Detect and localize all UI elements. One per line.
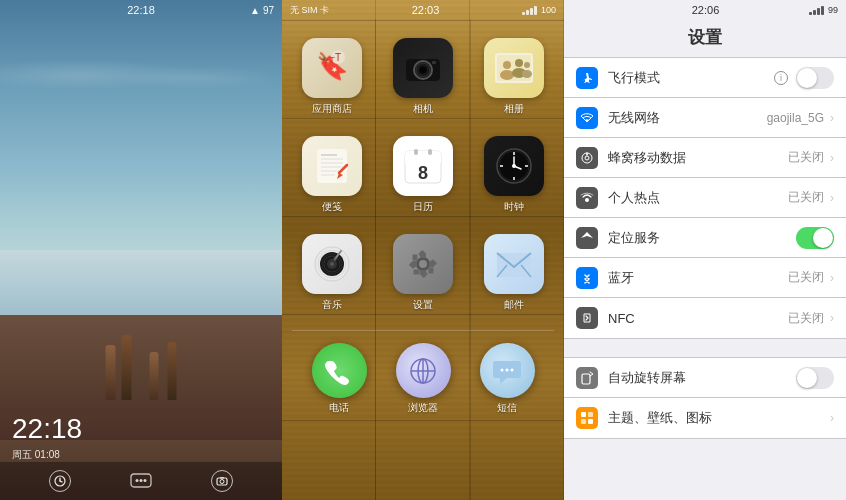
appstore-label: 应用商店 (312, 102, 352, 116)
settings-battery: 99 (809, 5, 838, 15)
settings-status-bar: 22:06 99 (564, 0, 846, 20)
lock-time-status: 22:18 (127, 4, 155, 16)
svg-point-8 (220, 480, 224, 484)
app-mail[interactable]: 邮件 (469, 224, 560, 322)
app-camera[interactable]: 相机 (377, 28, 468, 126)
svg-line-2 (60, 481, 62, 482)
svg-point-29 (524, 62, 530, 68)
app-clock[interactable]: 时钟 (469, 126, 560, 224)
location-toggle[interactable] (796, 227, 834, 249)
autorotate-toggle[interactable] (796, 367, 834, 389)
nfc-value: 已关闭 (788, 310, 824, 327)
svg-point-4 (135, 479, 138, 482)
hotspot-icon (576, 187, 598, 209)
lock-date: 周五 01:08 (12, 448, 60, 462)
svg-rect-31 (317, 149, 347, 183)
lock-message-icon[interactable] (130, 470, 152, 492)
svg-point-54 (512, 164, 516, 168)
dock-browser[interactable]: 浏览器 (396, 343, 451, 415)
settings-row-wifi[interactable]: 无线网络 gaojila_5G › (564, 98, 846, 138)
svg-point-63 (333, 258, 336, 261)
settings-group-1: 飞行模式 i 无线网络 gaojila_5G › (564, 57, 846, 339)
settings-row-nfc[interactable]: NFC 已关闭 › (564, 298, 846, 338)
settings-row-autorotate[interactable]: 自动旋转屏幕 (564, 358, 846, 398)
svg-rect-71 (428, 268, 433, 274)
home-battery: 100 (541, 5, 556, 15)
svg-point-26 (500, 70, 514, 80)
hotspot-chevron: › (830, 191, 834, 205)
svg-rect-93 (581, 419, 586, 424)
svg-rect-90 (582, 374, 590, 384)
settings-row-theme[interactable]: 主题、壁纸、图标 › (564, 398, 846, 438)
svg-rect-9 (220, 477, 224, 479)
bluetooth-chevron: › (830, 271, 834, 285)
settings-group-2: 自动旋转屏幕 主题、壁纸、图标 › (564, 357, 846, 439)
cellular-value: 已关闭 (788, 149, 824, 166)
svg-point-59 (330, 262, 334, 266)
dock-sms[interactable]: 短信 (480, 343, 535, 415)
wifi-label: 无线网络 (608, 109, 767, 127)
notes-label: 便笺 (322, 200, 342, 214)
app-music[interactable]: 音乐 (286, 224, 377, 322)
camera-label: 相机 (413, 102, 433, 116)
svg-point-6 (143, 479, 146, 482)
app-calendar[interactable]: 8 日历 (377, 126, 468, 224)
hotspot-label: 个人热点 (608, 189, 788, 207)
cellular-label: 蜂窝移动数据 (608, 149, 788, 167)
app-appstore[interactable]: 🔖 T T T 应用商店 (286, 28, 377, 126)
svg-point-5 (139, 479, 142, 482)
svg-rect-94 (588, 419, 593, 424)
clock-label: 时钟 (504, 200, 524, 214)
app-photos[interactable]: 相册 (469, 28, 560, 126)
svg-point-85 (506, 368, 509, 371)
settings-row-bluetooth[interactable]: 蓝牙 已关闭 › (564, 258, 846, 298)
lock-screen: 22:18 ▲ 97 22:18 周五 01:08 (0, 0, 282, 500)
calendar-label: 日历 (413, 200, 433, 214)
lock-clock-icon[interactable] (49, 470, 71, 492)
lock-camera-icon[interactable] (211, 470, 233, 492)
app-notes[interactable]: 便笺 (286, 126, 377, 224)
settings-row-cellular[interactable]: 蜂窝移动数据 已关闭 › (564, 138, 846, 178)
flight-icon (576, 67, 598, 89)
settings-row-hotspot[interactable]: 个人热点 已关闭 › (564, 178, 846, 218)
flight-info-icon[interactable]: i (774, 71, 788, 85)
wifi-chevron: › (830, 111, 834, 125)
svg-rect-75 (412, 255, 417, 261)
dock-browser-label: 浏览器 (408, 401, 438, 415)
svg-point-65 (419, 260, 427, 268)
home-status-bar: 无 SIM 卡 22:03 100 (282, 0, 564, 20)
lock-battery-status: 97 (263, 5, 274, 16)
dock-phone[interactable]: 电话 (312, 343, 367, 415)
cellular-chevron: › (830, 151, 834, 165)
svg-marker-21 (417, 54, 429, 59)
settings-app-label: 设置 (413, 298, 433, 312)
svg-point-25 (503, 61, 511, 69)
settings-battery-val: 99 (828, 5, 838, 15)
settings-row-location[interactable]: 定位服务 (564, 218, 846, 258)
mail-label: 邮件 (504, 298, 524, 312)
lock-status-bar: 22:18 ▲ 97 (0, 0, 282, 20)
location-icon (576, 227, 598, 249)
home-sim-status: 无 SIM 卡 (290, 4, 329, 17)
flight-toggle[interactable] (796, 67, 834, 89)
dock-row: 电话 浏览器 (282, 335, 564, 423)
app-settings[interactable]: 设置 (377, 224, 468, 322)
nfc-icon (576, 307, 598, 329)
dock-sms-label: 短信 (497, 401, 517, 415)
wifi-icon (576, 107, 598, 129)
svg-text:T: T (329, 55, 335, 65)
settings-row-flight[interactable]: 飞行模式 i (564, 58, 846, 98)
nfc-label: NFC (608, 311, 788, 326)
lock-bottom-bar (0, 462, 282, 500)
home-signal-battery: 100 (522, 5, 556, 15)
svg-text:T: T (323, 60, 328, 69)
flight-label: 飞行模式 (608, 69, 770, 87)
photos-label: 相册 (504, 102, 524, 116)
svg-point-30 (522, 70, 532, 78)
dock-divider (292, 330, 554, 331)
bluetooth-icon (576, 267, 598, 289)
autorotate-icon (576, 367, 598, 389)
settings-screen: 22:06 99 设置 飞行模式 i (564, 0, 846, 500)
svg-point-84 (501, 368, 504, 371)
music-label: 音乐 (322, 298, 342, 312)
